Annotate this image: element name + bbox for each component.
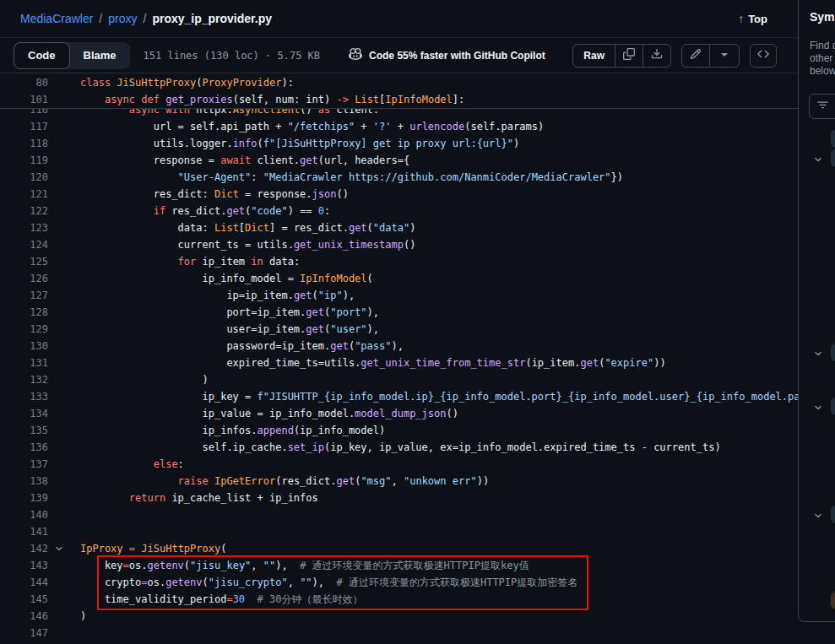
chevron-down-icon[interactable] (813, 347, 823, 362)
symbol-item[interactable] (831, 506, 835, 523)
line-number[interactable]: 120 (0, 169, 48, 186)
copy-icon (623, 48, 635, 63)
breadcrumb: MediaCrawler / proxy / proxy_ip_provider… (20, 12, 272, 25)
tab-code[interactable]: Code (14, 42, 70, 69)
line-number[interactable]: 131 (0, 354, 48, 371)
code-line: 119 response = await client.get(url, hea… (0, 152, 798, 169)
raw-button[interactable]: Raw (573, 45, 615, 67)
line-number[interactable]: 143 (0, 557, 48, 574)
code-text: class JiSuHttpProxy(ProxyProvider): (80, 74, 294, 91)
code-line: 131 expired_time_ts=utils.get_unix_time_… (0, 354, 798, 371)
code-text: ) (80, 371, 209, 388)
code-text: self.ip_cache.set_ip(ip_key, ip_value, e… (80, 439, 721, 456)
chevron-down-icon[interactable] (813, 401, 823, 416)
chevron-down-icon[interactable] (813, 509, 823, 524)
edit-button[interactable] (682, 45, 709, 67)
raw-copy-download-group: Raw (572, 44, 671, 68)
code-text: ip_value = ip_info_model.model_dump_json… (80, 405, 458, 422)
filter-icon (817, 99, 828, 114)
line-number[interactable]: 138 (0, 473, 48, 490)
arrow-up-icon: ↑ (738, 12, 744, 25)
line-number[interactable]: 142 (0, 540, 48, 557)
line-number[interactable]: 124 (0, 236, 48, 253)
line-number[interactable]: 146 (0, 608, 48, 625)
code-line: 126 ip_info_model = IpInfoModel( (0, 270, 798, 287)
code-text: utils.logger.info(f"[JiSuHttpProxy] get … (80, 135, 519, 152)
fold-chevron-icon[interactable] (48, 540, 80, 557)
line-number[interactable]: 126 (0, 270, 48, 287)
back-to-top-link[interactable]: ↑ Top (738, 12, 767, 25)
code-line: 136 self.ip_cache.set_ip(ip_key, ip_valu… (0, 439, 798, 456)
code-line: 128 port=ip_item.get("port"), (0, 304, 798, 321)
line-number[interactable]: 118 (0, 135, 48, 152)
line-number[interactable]: 101 (0, 91, 48, 108)
line-number[interactable]: 125 (0, 253, 48, 270)
code-text: current_ts = utils.get_unix_timestamp() (80, 236, 415, 253)
line-number[interactable]: 139 (0, 490, 48, 506)
line-number[interactable]: 137 (0, 456, 48, 473)
line-number[interactable]: 145 (0, 591, 48, 608)
symbols-desc-line: Find definitions and references for func… (810, 40, 835, 52)
code-text: ) (80, 608, 86, 625)
symbol-item[interactable] (831, 344, 835, 361)
code-text: user=ip_item.get("user"), (80, 321, 379, 338)
breadcrumb-bar: MediaCrawler / proxy / proxy_ip_provider… (0, 0, 798, 38)
line-number[interactable]: 123 (0, 219, 48, 236)
pencil-icon (690, 48, 702, 63)
top-link-label: Top (748, 13, 767, 25)
edit-dropdown-button[interactable] (709, 45, 739, 67)
line-number[interactable]: 130 (0, 338, 48, 354)
code-line: 147 (0, 625, 798, 641)
line-number[interactable]: 147 (0, 625, 48, 641)
symbol-item[interactable] (831, 592, 835, 609)
symbols-pane-toggle-button[interactable] (750, 44, 777, 68)
code-line: 146) (0, 608, 798, 625)
symbols-filter-input[interactable] (809, 94, 835, 119)
copilot-banner[interactable]: Code 55% faster with GitHub Copilot (349, 47, 545, 63)
copy-button[interactable] (615, 45, 643, 67)
line-number[interactable]: 141 (0, 523, 48, 540)
symbols-desc-line: below or in the code. (810, 65, 835, 78)
symbol-item[interactable] (831, 130, 835, 148)
chevron-down-icon[interactable] (813, 153, 823, 168)
line-number[interactable]: 140 (0, 506, 48, 523)
code-text: expired_time_ts=utils.get_unix_time_from… (80, 354, 666, 371)
tab-blame[interactable]: Blame (70, 42, 130, 69)
line-number[interactable]: 80 (0, 74, 48, 91)
line-number[interactable]: 122 (0, 203, 48, 219)
code-line: 139 return ip_cache_list + ip_infos (0, 490, 798, 506)
line-number[interactable]: 129 (0, 321, 48, 338)
code-line: 101 async def get_proxies(self, num: int… (0, 91, 798, 108)
code-line: 117 url = self.api_path + "/fetchips" + … (0, 118, 798, 135)
code-text: "User-Agent": "MediaCrawler https://gith… (80, 169, 623, 186)
line-number[interactable]: 144 (0, 574, 48, 591)
code-line: 138 raise IpGetError(res_dict.get("msg",… (0, 473, 798, 490)
line-number[interactable]: 133 (0, 388, 48, 405)
line-number[interactable]: 119 (0, 152, 48, 169)
main-column: MediaCrawler / proxy / proxy_ip_provider… (0, 0, 798, 644)
code-line: 125 for ip_item in data: (0, 253, 798, 270)
line-number[interactable]: 136 (0, 439, 48, 456)
code-line: 134 ip_value = ip_info_model.model_dump_… (0, 405, 798, 422)
line-number[interactable]: 117 (0, 118, 48, 135)
code-line: 140 (0, 506, 798, 523)
line-number[interactable]: 135 (0, 422, 48, 439)
download-button[interactable] (643, 45, 670, 67)
symbol-item[interactable] (831, 149, 835, 167)
line-number[interactable]: 121 (0, 186, 48, 203)
symbol-item[interactable] (831, 398, 835, 415)
line-number[interactable]: 134 (0, 405, 48, 422)
code-line: 127 ip=ip_item.get("ip"), (0, 287, 798, 304)
code-line: 142IpProxy = JiSuHttpProxy( (0, 540, 798, 557)
edit-group (681, 44, 740, 68)
line-number[interactable]: 128 (0, 304, 48, 321)
line-number[interactable]: 132 (0, 371, 48, 388)
code-line: 123 data: List[Dict] = res_dict.get("dat… (0, 219, 798, 236)
code-line: 80class JiSuHttpProxy(ProxyProvider): (0, 74, 798, 91)
code-view: 116 async with httpx.AsyncClient() as cl… (0, 73, 798, 644)
line-number[interactable]: 127 (0, 287, 48, 304)
breadcrumb-repo-link[interactable]: MediaCrawler (20, 12, 93, 25)
code-line: 132 ) (0, 371, 798, 388)
code-line: 120 "User-Agent": "MediaCrawler https://… (0, 169, 798, 186)
breadcrumb-folder-link[interactable]: proxy (108, 12, 137, 25)
